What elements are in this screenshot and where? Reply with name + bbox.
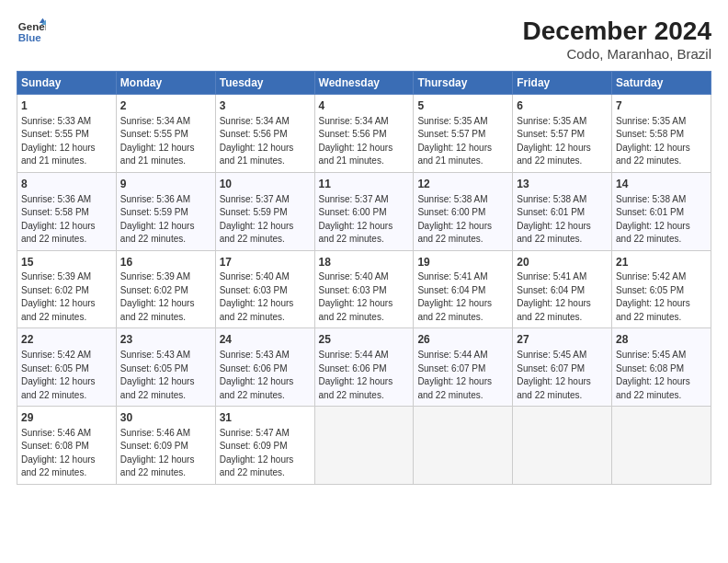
calendar-day-cell: 30Sunrise: 5:46 AM Sunset: 6:09 PM Dayli… (116, 407, 215, 485)
day-info: Sunrise: 5:35 AM Sunset: 5:57 PM Dayligh… (417, 115, 508, 168)
day-number: 26 (417, 332, 508, 348)
day-info: Sunrise: 5:37 AM Sunset: 5:59 PM Dayligh… (220, 193, 311, 247)
day-info: Sunrise: 5:42 AM Sunset: 6:05 PM Dayligh… (616, 270, 707, 324)
col-header-sunday: Sunday (17, 72, 117, 95)
calendar-day-cell: 22Sunrise: 5:42 AM Sunset: 6:05 PM Dayli… (17, 328, 117, 407)
day-number: 16 (120, 255, 211, 270)
day-number: 17 (220, 255, 311, 270)
calendar-day-cell: 15Sunrise: 5:39 AM Sunset: 6:02 PM Dayli… (17, 250, 117, 328)
col-header-tuesday: Tuesday (215, 72, 314, 95)
day-info: Sunrise: 5:43 AM Sunset: 6:05 PM Dayligh… (120, 349, 211, 402)
day-info: Sunrise: 5:35 AM Sunset: 5:58 PM Dayligh… (616, 115, 707, 168)
day-number: 25 (319, 332, 410, 348)
day-info: Sunrise: 5:44 AM Sunset: 6:07 PM Dayligh… (417, 349, 508, 402)
day-info: Sunrise: 5:34 AM Sunset: 5:55 PM Dayligh… (120, 115, 211, 168)
day-number: 28 (616, 332, 707, 348)
calendar-day-cell: 31Sunrise: 5:47 AM Sunset: 6:09 PM Dayli… (215, 407, 314, 485)
calendar-day-cell: 5Sunrise: 5:35 AM Sunset: 5:57 PM Daylig… (414, 95, 513, 173)
svg-text:Blue: Blue (18, 32, 42, 43)
logo: General Blue (17, 17, 46, 46)
day-number: 18 (319, 255, 410, 270)
calendar-header-row: SundayMondayTuesdayWednesdayThursdayFrid… (17, 72, 711, 95)
day-number: 11 (319, 177, 410, 192)
calendar-day-cell: 19Sunrise: 5:41 AM Sunset: 6:04 PM Dayli… (414, 250, 513, 328)
calendar-day-cell: 13Sunrise: 5:38 AM Sunset: 6:01 PM Dayli… (513, 172, 612, 250)
calendar-day-cell: 2Sunrise: 5:34 AM Sunset: 5:55 PM Daylig… (116, 95, 215, 173)
day-number: 10 (220, 177, 311, 192)
day-number: 20 (517, 255, 608, 270)
calendar-day-cell: 28Sunrise: 5:45 AM Sunset: 6:08 PM Dayli… (612, 328, 711, 407)
calendar-day-cell: 1Sunrise: 5:33 AM Sunset: 5:55 PM Daylig… (17, 95, 117, 173)
day-info: Sunrise: 5:41 AM Sunset: 6:04 PM Dayligh… (417, 270, 508, 324)
col-header-monday: Monday (116, 72, 215, 95)
calendar-week-row: 22Sunrise: 5:42 AM Sunset: 6:05 PM Dayli… (17, 328, 711, 407)
calendar-subtitle: Codo, Maranhao, Brazil (523, 46, 711, 62)
day-number: 9 (120, 177, 211, 192)
calendar-day-cell: 21Sunrise: 5:42 AM Sunset: 6:05 PM Dayli… (612, 250, 711, 328)
day-info: Sunrise: 5:34 AM Sunset: 5:56 PM Dayligh… (319, 115, 410, 168)
day-number: 14 (616, 177, 707, 192)
calendar-day-cell: 12Sunrise: 5:38 AM Sunset: 6:00 PM Dayli… (414, 172, 513, 250)
day-number: 29 (21, 410, 112, 426)
calendar-day-cell: 6Sunrise: 5:35 AM Sunset: 5:57 PM Daylig… (513, 95, 612, 173)
day-info: Sunrise: 5:36 AM Sunset: 5:58 PM Dayligh… (21, 193, 112, 247)
day-info: Sunrise: 5:38 AM Sunset: 6:01 PM Dayligh… (616, 193, 707, 247)
day-number: 2 (120, 98, 211, 114)
calendar-day-cell (414, 407, 513, 485)
calendar-day-cell: 23Sunrise: 5:43 AM Sunset: 6:05 PM Dayli… (116, 328, 215, 407)
day-info: Sunrise: 5:43 AM Sunset: 6:06 PM Dayligh… (220, 349, 311, 402)
title-block: December 2024 Codo, Maranhao, Brazil (523, 17, 711, 62)
day-info: Sunrise: 5:39 AM Sunset: 6:02 PM Dayligh… (120, 270, 211, 324)
calendar-day-cell: 25Sunrise: 5:44 AM Sunset: 6:06 PM Dayli… (314, 328, 414, 407)
col-header-thursday: Thursday (414, 72, 513, 95)
calendar-day-cell: 16Sunrise: 5:39 AM Sunset: 6:02 PM Dayli… (116, 250, 215, 328)
calendar-table: SundayMondayTuesdayWednesdayThursdayFrid… (17, 71, 711, 485)
calendar-day-cell: 4Sunrise: 5:34 AM Sunset: 5:56 PM Daylig… (314, 95, 414, 173)
day-info: Sunrise: 5:36 AM Sunset: 5:59 PM Dayligh… (120, 193, 211, 247)
calendar-day-cell (612, 407, 711, 485)
day-number: 7 (616, 98, 707, 114)
calendar-day-cell: 14Sunrise: 5:38 AM Sunset: 6:01 PM Dayli… (612, 172, 711, 250)
day-number: 15 (21, 255, 112, 270)
calendar-day-cell (513, 407, 612, 485)
day-info: Sunrise: 5:35 AM Sunset: 5:57 PM Dayligh… (517, 115, 608, 168)
calendar-day-cell: 18Sunrise: 5:40 AM Sunset: 6:03 PM Dayli… (314, 250, 414, 328)
calendar-day-cell: 26Sunrise: 5:44 AM Sunset: 6:07 PM Dayli… (414, 328, 513, 407)
day-info: Sunrise: 5:46 AM Sunset: 6:09 PM Dayligh… (120, 427, 211, 480)
day-number: 31 (220, 410, 311, 426)
page: General Blue December 2024 Codo, Maranha… (0, 0, 728, 563)
day-number: 13 (517, 177, 608, 192)
day-info: Sunrise: 5:45 AM Sunset: 6:07 PM Dayligh… (517, 349, 608, 402)
calendar-day-cell: 27Sunrise: 5:45 AM Sunset: 6:07 PM Dayli… (513, 328, 612, 407)
calendar-day-cell: 11Sunrise: 5:37 AM Sunset: 6:00 PM Dayli… (314, 172, 414, 250)
day-info: Sunrise: 5:40 AM Sunset: 6:03 PM Dayligh… (220, 270, 311, 324)
col-header-wednesday: Wednesday (314, 72, 414, 95)
calendar-week-row: 15Sunrise: 5:39 AM Sunset: 6:02 PM Dayli… (17, 250, 711, 328)
logo-icon: General Blue (17, 17, 46, 46)
day-info: Sunrise: 5:40 AM Sunset: 6:03 PM Dayligh… (319, 270, 410, 324)
day-info: Sunrise: 5:38 AM Sunset: 6:00 PM Dayligh… (417, 193, 508, 247)
day-info: Sunrise: 5:33 AM Sunset: 5:55 PM Dayligh… (21, 115, 112, 168)
day-info: Sunrise: 5:38 AM Sunset: 6:01 PM Dayligh… (517, 193, 608, 247)
day-info: Sunrise: 5:46 AM Sunset: 6:08 PM Dayligh… (21, 427, 112, 480)
day-number: 21 (616, 255, 707, 270)
header: General Blue December 2024 Codo, Maranha… (17, 17, 711, 62)
day-info: Sunrise: 5:37 AM Sunset: 6:00 PM Dayligh… (319, 193, 410, 247)
calendar-week-row: 8Sunrise: 5:36 AM Sunset: 5:58 PM Daylig… (17, 172, 711, 250)
day-number: 19 (417, 255, 508, 270)
day-info: Sunrise: 5:42 AM Sunset: 6:05 PM Dayligh… (21, 349, 112, 402)
calendar-day-cell: 3Sunrise: 5:34 AM Sunset: 5:56 PM Daylig… (215, 95, 314, 173)
day-number: 4 (319, 98, 410, 114)
day-info: Sunrise: 5:47 AM Sunset: 6:09 PM Dayligh… (220, 427, 311, 480)
day-info: Sunrise: 5:34 AM Sunset: 5:56 PM Dayligh… (220, 115, 311, 168)
day-number: 1 (21, 98, 112, 114)
calendar-day-cell: 24Sunrise: 5:43 AM Sunset: 6:06 PM Dayli… (215, 328, 314, 407)
calendar-week-row: 29Sunrise: 5:46 AM Sunset: 6:08 PM Dayli… (17, 407, 711, 485)
calendar-day-cell (314, 407, 414, 485)
day-info: Sunrise: 5:45 AM Sunset: 6:08 PM Dayligh… (616, 349, 707, 402)
calendar-day-cell: 9Sunrise: 5:36 AM Sunset: 5:59 PM Daylig… (116, 172, 215, 250)
day-number: 12 (417, 177, 508, 192)
calendar-title: December 2024 (523, 17, 711, 46)
calendar-day-cell: 17Sunrise: 5:40 AM Sunset: 6:03 PM Dayli… (215, 250, 314, 328)
day-info: Sunrise: 5:41 AM Sunset: 6:04 PM Dayligh… (517, 270, 608, 324)
